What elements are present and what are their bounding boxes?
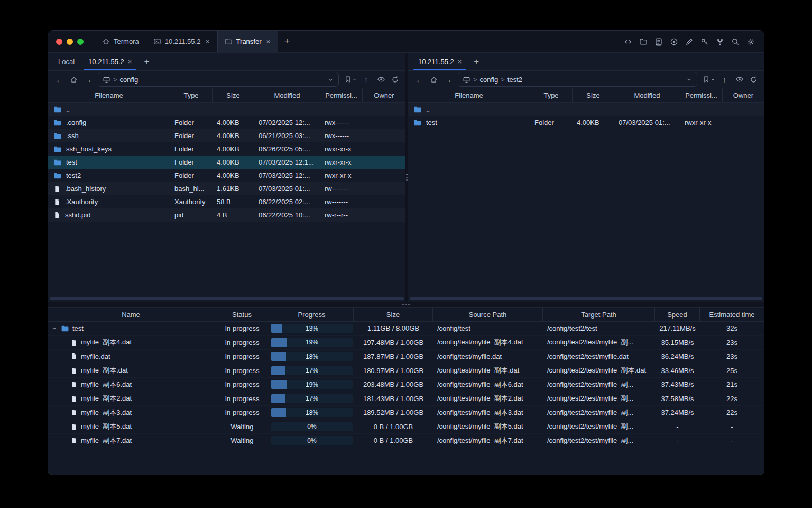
new-panel-tab-button[interactable]: + (139, 57, 154, 67)
branch-button[interactable] (713, 34, 727, 49)
back-button[interactable]: ← (412, 73, 426, 86)
column-header-owner[interactable]: Owner (723, 88, 764, 102)
file-row-ssh-host-keys[interactable]: ssh_host_keysFolder4.00KB06/26/2025 05:.… (48, 142, 405, 156)
column-header-type[interactable]: Type (530, 88, 573, 102)
folder-icon (53, 105, 62, 114)
parent-directory-button[interactable]: ↑ (359, 73, 373, 86)
expand-chevron-icon[interactable] (50, 325, 58, 332)
column-header-progress[interactable]: Progress (270, 308, 354, 321)
transfer-row-myfile-4-dat[interactable]: myfile_副本4.datIn progress19%197.48MB / 1… (48, 336, 764, 350)
show-hidden-button[interactable] (732, 73, 745, 86)
column-header-permissi[interactable]: Permissi... (680, 88, 723, 102)
app-tab-10-211-55-2[interactable]: 10.211.55.2× (146, 31, 217, 52)
column-header-permissi[interactable]: Permissi... (320, 88, 363, 102)
source-path-cell: /config/test/myfile_副本.dat (433, 366, 543, 375)
transfer-row-myfile-3-dat[interactable]: myfile_副本3.datIn progress18%189.52MB / 1… (48, 406, 764, 420)
app-tab-transfer[interactable]: Transfer× (217, 31, 278, 52)
column-header-modified[interactable]: Modified (254, 88, 320, 102)
close-tab-icon[interactable]: × (458, 58, 462, 66)
column-header-owner[interactable]: Owner (363, 88, 405, 102)
filename-label: .. (66, 105, 70, 113)
horizontal-scrollbar[interactable] (410, 297, 762, 300)
file-row-ssh[interactable]: .sshFolder4.00KB06/21/2025 03:...rwx----… (48, 129, 405, 142)
parent-directory-button[interactable]: ↑ (718, 73, 731, 86)
column-header-filename[interactable]: Filename (48, 88, 170, 102)
path-bar[interactable]: >config>test2 (458, 72, 697, 87)
transfer-row-myfile-dat[interactable]: myfile_副本.datIn progress17%180.97MB / 1.… (48, 364, 764, 378)
horizontal-scrollbar[interactable] (50, 297, 404, 300)
forward-button[interactable]: → (81, 73, 94, 86)
column-header-estimated-time[interactable]: Estimated time (700, 308, 764, 321)
panel-tab-10-211-55-2[interactable]: 10.211.55.2× (81, 53, 139, 70)
home-button[interactable] (427, 73, 440, 86)
column-header-size[interactable]: Size (354, 308, 433, 321)
bookmark-dropdown-icon[interactable] (710, 77, 715, 82)
file-row-bash-history[interactable]: .bash_historybash_hi...1.61KB07/03/2025 … (48, 182, 405, 195)
column-header-size[interactable]: Size (213, 88, 254, 102)
transfer-row-myfile-7-dat[interactable]: myfile_副本7.datWaiting0%0 B / 1.00GB/conf… (48, 434, 764, 448)
file-row-test[interactable]: testFolder4.00KB07/03/2025 12:1...rwxr-x… (48, 156, 405, 169)
search-button[interactable] (728, 34, 742, 49)
code-button[interactable] (621, 34, 635, 49)
column-header-modified[interactable]: Modified (614, 88, 680, 102)
forward-button[interactable]: → (441, 73, 454, 86)
refresh-button[interactable] (388, 73, 401, 86)
right-file-panel: 10.211.55.2×+←→>config>test2↑FilenameTyp… (408, 53, 764, 302)
cell-size: 4.00KB (213, 119, 254, 126)
file-row-sshd-pid[interactable]: sshd.pidpid4 B06/22/2025 10:...rw-r--r-- (48, 208, 405, 222)
transfer-row-test[interactable]: testIn progress13%1.11GB / 8.00GB/config… (48, 322, 764, 336)
show-hidden-button[interactable] (374, 73, 387, 86)
transfer-row-myfile-6-dat[interactable]: myfile_副本6.datIn progress19%203.48MB / 1… (48, 378, 764, 392)
breadcrumb-item-config[interactable]: config (120, 76, 139, 84)
file-row-config[interactable]: .configFolder4.00KB07/02/2025 12:...rwx-… (48, 116, 405, 129)
record-button[interactable] (667, 34, 681, 49)
column-header-type[interactable]: Type (170, 88, 213, 102)
new-tab-button[interactable]: + (278, 31, 297, 52)
home-button[interactable] (67, 73, 80, 86)
chevron-down-icon[interactable] (327, 76, 334, 83)
panel-tab-local[interactable]: Local (51, 53, 81, 70)
panel-tab-10-211-55-2[interactable]: 10.211.55.2× (411, 53, 468, 70)
folder-button[interactable] (636, 34, 650, 49)
chevron-down-icon[interactable] (686, 76, 693, 83)
path-bar[interactable]: >config (98, 72, 339, 87)
file-row-test[interactable]: testFolder4.00KB07/03/2025 01:...rwxr-xr… (408, 116, 764, 129)
file-row-xauthority[interactable]: .XauthorityXauthority58 B06/22/2025 02:.… (48, 195, 405, 208)
transfer-row-myfile-5-dat[interactable]: myfile_副本5.datWaiting0%0 B / 1.00GB/conf… (48, 420, 764, 434)
breadcrumb-item-test2[interactable]: test2 (508, 76, 522, 84)
transfer-row-myfile-2-dat[interactable]: myfile_副本2.datIn progress17%181.43MB / 1… (48, 392, 764, 406)
transfer-row-myfile-dat[interactable]: myfile.datIn progress18%187.87MB / 1.00G… (48, 350, 764, 364)
column-header-name[interactable]: Name (48, 308, 214, 321)
zoom-window-button[interactable] (77, 39, 84, 45)
back-button[interactable]: ← (52, 73, 66, 86)
close-tab-icon[interactable]: × (205, 38, 209, 46)
close-tab-icon[interactable]: × (128, 58, 132, 66)
edit-button[interactable] (682, 34, 696, 49)
column-header-status[interactable]: Status (214, 308, 270, 321)
home-icon (430, 76, 438, 84)
column-header-target-path[interactable]: Target Path (543, 308, 655, 321)
file-row-item[interactable]: .. (48, 103, 405, 116)
bookmark-dropdown-icon[interactable] (352, 77, 357, 82)
column-header-size[interactable]: Size (573, 88, 614, 102)
bookmark-button[interactable] (701, 73, 717, 86)
column-header-source-path[interactable]: Source Path (433, 308, 543, 321)
file-row-item[interactable]: .. (408, 103, 764, 116)
column-header-speed[interactable]: Speed (655, 308, 700, 321)
close-window-button[interactable] (56, 39, 62, 45)
horizontal-splitter[interactable] (48, 302, 764, 308)
bookmark-button[interactable] (343, 73, 358, 86)
transfer-name-cell: myfile_副本.dat (48, 366, 214, 375)
minimize-window-button[interactable] (67, 39, 73, 45)
eta-cell: 32s (700, 324, 764, 332)
refresh-button[interactable] (746, 73, 760, 86)
new-panel-tab-button[interactable]: + (468, 57, 484, 67)
log-button[interactable] (651, 34, 666, 49)
column-header-filename[interactable]: Filename (408, 88, 530, 102)
breadcrumb-item-config[interactable]: config (480, 76, 499, 84)
close-tab-icon[interactable]: × (266, 38, 271, 46)
settings-button[interactable] (743, 34, 758, 49)
file-row-test2[interactable]: test2Folder4.00KB07/03/2025 12:...rwxr-x… (48, 169, 405, 182)
app-tab-termora[interactable]: Termora (95, 31, 146, 52)
key-button[interactable] (697, 34, 712, 49)
